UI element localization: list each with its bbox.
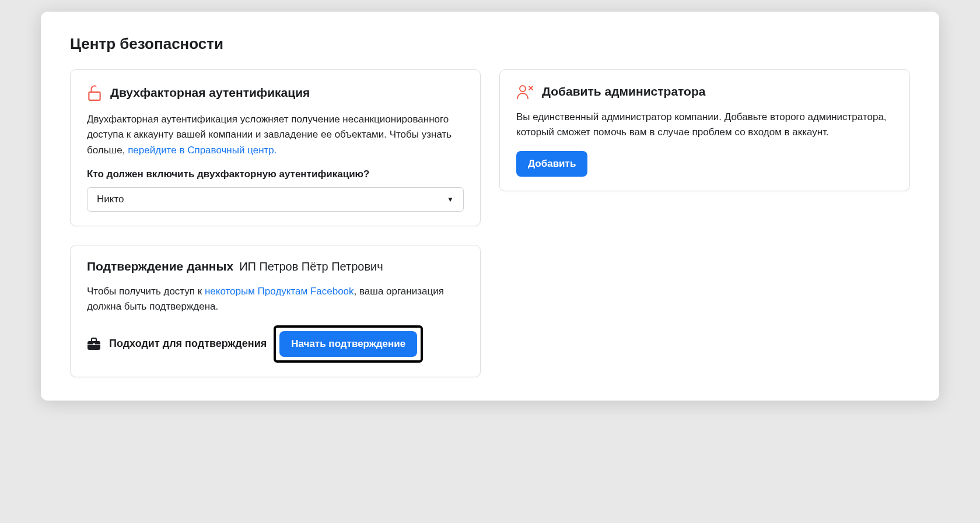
add-admin-desc: Вы единственный администратор компании. … — [516, 110, 893, 141]
verification-title: Подтверждение данных — [87, 259, 233, 273]
chevron-down-icon: ▼ — [447, 195, 454, 203]
add-admin-header: Добавить администратора — [516, 84, 893, 99]
start-verification-button[interactable]: Начать подтверждение — [279, 331, 417, 357]
two-factor-select[interactable]: Никто ▼ — [87, 187, 464, 212]
verification-header: Подтверждение данных ИП Петров Пётр Петр… — [87, 259, 464, 273]
two-factor-card: Двухфакторная аутентификация Двухфакторн… — [70, 69, 481, 226]
add-admin-title: Добавить администратора — [542, 85, 705, 99]
verification-button-highlight: Начать подтверждение — [274, 325, 423, 363]
right-column: Добавить администратора Вы единственный … — [499, 69, 910, 191]
security-center-panel: Центр безопасности Двухфакторная аутенти… — [41, 12, 939, 401]
verification-desc-part1: Чтобы получить доступ к — [87, 286, 205, 297]
add-admin-card: Добавить администратора Вы единственный … — [499, 69, 910, 191]
facebook-products-link[interactable]: некоторым Продуктам Facebook — [205, 286, 354, 297]
add-admin-button[interactable]: Добавить — [516, 151, 587, 177]
lock-open-icon — [87, 84, 102, 101]
two-factor-select-value: Никто — [97, 194, 124, 205]
two-factor-desc: Двухфакторная аутентификация усложняет п… — [87, 112, 464, 158]
two-factor-header: Двухфакторная аутентификация — [87, 84, 464, 101]
two-factor-title: Двухфакторная аутентификация — [110, 86, 310, 100]
svg-rect-0 — [89, 92, 100, 100]
verification-card: Подтверждение данных ИП Петров Пётр Петр… — [70, 245, 481, 377]
verification-status-row: Подходит для подтверждения Начать подтве… — [87, 325, 464, 363]
person-remove-icon — [516, 84, 534, 99]
two-factor-sub-label: Кто должен включить двухфакторную аутент… — [87, 169, 464, 180]
cards-row: Двухфакторная аутентификация Двухфакторн… — [70, 69, 910, 377]
verification-subject: ИП Петров Пётр Петрович — [239, 260, 383, 273]
briefcase-icon — [87, 338, 101, 350]
verification-status-text: Подходит для подтверждения — [109, 338, 267, 350]
svg-point-4 — [520, 86, 526, 92]
svg-rect-3 — [93, 343, 95, 345]
svg-rect-1 — [88, 341, 100, 350]
help-center-link[interactable]: перейдите в Справочный центр. — [128, 145, 276, 156]
left-column: Двухфакторная аутентификация Двухфакторн… — [70, 69, 481, 377]
page-title: Центр безопасности — [70, 35, 910, 53]
verification-desc: Чтобы получить доступ к некоторым Продук… — [87, 284, 464, 315]
